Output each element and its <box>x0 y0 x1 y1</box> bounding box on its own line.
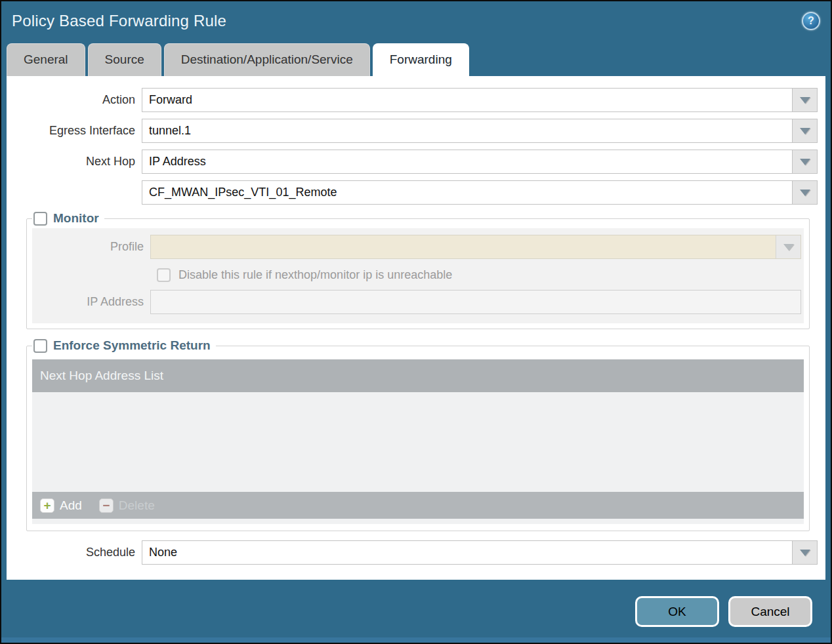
profile-value <box>151 235 776 258</box>
schedule-select[interactable]: None <box>142 540 818 565</box>
egress-interface-value: tunnel.1 <box>142 119 792 142</box>
next-hop-address-list-body[interactable] <box>32 392 804 492</box>
tab-forwarding[interactable]: Forwarding <box>373 43 469 76</box>
plus-icon: + <box>40 498 54 513</box>
disable-rule-checkbox[interactable] <box>157 268 171 282</box>
dialog-footer: OK Cancel <box>1 580 831 637</box>
next-hop-dropdown-button[interactable] <box>792 150 817 173</box>
schedule-dropdown-button[interactable] <box>792 541 817 564</box>
monitor-legend-label: Monitor <box>53 211 99 226</box>
next-hop-type-select[interactable]: IP Address <box>142 150 818 174</box>
monitor-fieldset: Monitor Profile Disable this rule if nex… <box>26 211 810 329</box>
question-mark-glyph: ? <box>808 15 814 27</box>
action-value: Forward <box>142 89 792 111</box>
monitor-legend: Monitor <box>32 211 104 226</box>
egress-interface-row: Egress Interface tunnel.1 <box>7 119 818 143</box>
next-hop-address-list-header: Next Hop Address List <box>32 359 804 392</box>
next-hop-label: Next Hop <box>7 155 142 169</box>
egress-interface-dropdown-button[interactable] <box>792 119 817 142</box>
enforce-symmetric-return-legend-label: Enforce Symmetric Return <box>53 338 211 353</box>
next-hop-address-row: CF_MWAN_IPsec_VTI_01_Remote <box>7 180 818 205</box>
egress-interface-label: Egress Interface <box>7 124 142 138</box>
next-hop-address-value: CF_MWAN_IPsec_VTI_01_Remote <box>142 181 792 204</box>
next-hop-type-value: IP Address <box>142 150 792 173</box>
cancel-button[interactable]: Cancel <box>728 596 812 627</box>
disable-rule-row: Disable this rule if nexthop/monitor ip … <box>157 268 804 282</box>
schedule-label: Schedule <box>7 546 142 559</box>
enforce-symmetric-return-checkbox[interactable] <box>33 339 47 353</box>
schedule-value: None <box>142 541 792 564</box>
enforce-symmetric-return-legend: Enforce Symmetric Return <box>32 338 216 353</box>
action-label: Action <box>7 93 142 107</box>
dialog-titlebar: Policy Based Forwarding Rule ? <box>1 1 831 41</box>
chevron-down-icon <box>800 190 810 196</box>
delete-button[interactable]: − Delete <box>99 498 155 513</box>
policy-based-forwarding-rule-dialog: Policy Based Forwarding Rule ? General S… <box>0 0 832 644</box>
forwarding-tab-panel: Action Forward Egress Interface tunnel.1… <box>7 76 825 580</box>
add-button[interactable]: + Add <box>40 498 82 513</box>
next-hop-address-select[interactable]: CF_MWAN_IPsec_VTI_01_Remote <box>142 180 818 205</box>
enforce-symmetric-return-fieldset: Enforce Symmetric Return Next Hop Addres… <box>26 338 810 531</box>
tab-destination-application-service[interactable]: Destination/Application/Service <box>164 43 370 76</box>
chevron-down-icon <box>783 244 794 251</box>
bottom-accent-strip <box>1 637 831 643</box>
egress-interface-select[interactable]: tunnel.1 <box>142 119 818 143</box>
tab-general[interactable]: General <box>7 43 85 76</box>
action-dropdown-button[interactable] <box>792 89 817 111</box>
add-button-label: Add <box>60 498 82 513</box>
chevron-down-icon <box>800 128 810 134</box>
schedule-row: Schedule None <box>7 540 818 565</box>
delete-button-label: Delete <box>119 498 155 513</box>
next-hop-address-dropdown-button[interactable] <box>792 181 817 204</box>
chevron-down-icon <box>800 159 810 165</box>
ok-button[interactable]: OK <box>635 596 719 627</box>
minus-icon: − <box>99 498 114 513</box>
grid-toolbar: + Add − Delete <box>32 492 804 519</box>
tab-source[interactable]: Source <box>88 43 161 76</box>
next-hop-address-list-grid: Next Hop Address List + Add − Delete <box>32 359 804 524</box>
monitor-panel: Profile Disable this rule if nexthop/mon… <box>32 228 804 323</box>
chevron-down-icon <box>800 97 810 104</box>
monitor-ip-address-input[interactable] <box>150 290 801 314</box>
tab-strip: General Source Destination/Application/S… <box>1 41 831 76</box>
profile-row: Profile <box>32 235 801 259</box>
chevron-down-icon <box>800 550 810 556</box>
monitor-ip-address-row: IP Address <box>32 290 801 314</box>
profile-dropdown-button[interactable] <box>776 235 801 258</box>
disable-rule-label: Disable this rule if nexthop/monitor ip … <box>178 268 452 282</box>
help-icon[interactable]: ? <box>802 12 820 30</box>
profile-label: Profile <box>32 240 150 254</box>
profile-select[interactable] <box>150 235 801 259</box>
dialog-title: Policy Based Forwarding Rule <box>12 12 226 30</box>
action-select[interactable]: Forward <box>142 88 818 112</box>
monitor-ip-address-label: IP Address <box>32 295 150 309</box>
next-hop-row: Next Hop IP Address <box>7 150 818 174</box>
monitor-checkbox[interactable] <box>33 212 47 226</box>
action-row: Action Forward <box>7 88 818 112</box>
